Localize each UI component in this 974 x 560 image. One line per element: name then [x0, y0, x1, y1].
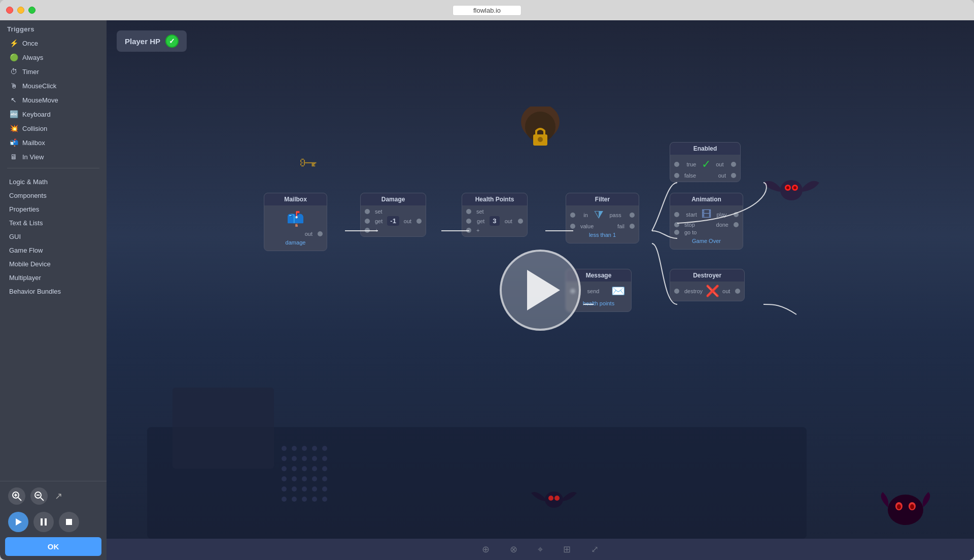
- sidebar-item-mailbox-label: Mailbox: [22, 139, 45, 147]
- toolbar-icon-5[interactable]: ⤢: [591, 544, 599, 555]
- damage-set-label: set: [375, 208, 382, 215]
- sidebar-item-mailbox[interactable]: 📬 Mailbox: [2, 135, 105, 150]
- filter-node-body: in ⧩ pass value fail less than 1: [566, 205, 639, 243]
- enabled-node[interactable]: Enabled true ✓ out false out: [670, 142, 741, 182]
- enabled-node-title: Enabled: [670, 143, 740, 155]
- enabled-out2-port: [731, 173, 736, 178]
- damage-get-port: [365, 219, 370, 224]
- filter-in-label: in: [583, 212, 588, 218]
- play-button[interactable]: [8, 512, 28, 532]
- hp-set-port: [466, 209, 471, 214]
- toolbar-icon-4[interactable]: ⊞: [563, 544, 571, 555]
- destroyer-destroy-row: destroy ❌ out: [674, 285, 740, 298]
- stop-button[interactable]: [59, 512, 79, 532]
- sidebar-item-multiplayer[interactable]: Multiplayer: [2, 271, 105, 284]
- ok-button[interactable]: OK: [5, 537, 101, 556]
- mousemove-icon: ↖: [9, 95, 18, 104]
- sidebar-item-once[interactable]: ⚡ Once: [2, 36, 105, 50]
- always-icon: 🟢: [9, 53, 18, 62]
- filter-node[interactable]: Filter in ⧩ pass value fail: [566, 193, 639, 243]
- toolbar-icon-3[interactable]: ⌖: [538, 544, 543, 555]
- sidebar-item-behaviorbundles[interactable]: Behavior Bundles: [2, 285, 105, 298]
- svg-point-32: [292, 486, 297, 492]
- filter-value-row: value fail: [570, 223, 635, 229]
- svg-line-5: [41, 498, 44, 501]
- play-overlay-button[interactable]: [500, 250, 581, 331]
- animation-play-port: [734, 212, 739, 217]
- animation-node-title: Animation: [670, 193, 743, 205]
- enabled-false-port: [674, 173, 679, 178]
- svg-point-40: [322, 497, 327, 502]
- enabled-out1-port: [731, 162, 736, 167]
- svg-point-28: [302, 476, 307, 481]
- platform-box-left: [172, 388, 274, 469]
- animation-goto-row: go to: [674, 229, 739, 235]
- zoom-in-button[interactable]: [8, 487, 25, 505]
- sidebar-item-gameflow[interactable]: Game Flow: [2, 244, 105, 257]
- toolbar-icon-2[interactable]: ⊗: [510, 544, 517, 555]
- enabled-true-row: true ✓ out: [674, 158, 736, 171]
- enabled-true-label: true: [686, 161, 696, 167]
- svg-point-30: [322, 476, 327, 481]
- svg-point-48: [786, 186, 789, 189]
- svg-point-15: [322, 446, 327, 451]
- animation-node-body: start 🎞 play stop done go to: [670, 205, 743, 249]
- enabled-node-body: true ✓ out false out: [670, 155, 740, 182]
- mailbox-out-row: out: [268, 231, 323, 237]
- sidebar-item-properties[interactable]: Properties: [2, 203, 105, 216]
- damage-node-title: Damage: [361, 193, 426, 205]
- triggers-section-title: Triggers: [0, 20, 107, 36]
- maximize-button[interactable]: [28, 7, 36, 14]
- sidebar-bottom: ↗: [0, 481, 107, 560]
- hp-out-label: out: [505, 218, 512, 224]
- sidebar-item-mouseclick[interactable]: 🖱 MouseClick: [2, 79, 105, 93]
- svg-point-13: [302, 446, 307, 451]
- film-icon: 🎞: [702, 208, 712, 220]
- canvas-area[interactable]: 🗝: [107, 20, 974, 560]
- minimize-button[interactable]: [17, 7, 24, 14]
- zoom-out-button[interactable]: [30, 487, 48, 505]
- sidebar-item-collision[interactable]: 💥 Collision: [2, 121, 105, 135]
- svg-point-29: [312, 476, 317, 481]
- svg-point-49: [793, 186, 796, 189]
- animation-goto-port: [674, 230, 679, 235]
- toolbar-icon-1[interactable]: ⊕: [482, 544, 490, 555]
- hp-plus-port: [466, 228, 471, 233]
- funnel-icon: ⧩: [594, 208, 603, 222]
- hp-value: 3: [490, 216, 499, 226]
- sidebar-item-inview[interactable]: 🖥 In View: [2, 150, 105, 164]
- healthpoints-node[interactable]: Health Points set get 3 out: [462, 193, 528, 237]
- damage-plus-label: +: [375, 227, 378, 233]
- destroyer-node[interactable]: Destroyer destroy ❌ out: [670, 269, 745, 301]
- sidebar-item-textlists[interactable]: Text & Lists: [2, 217, 105, 229]
- sidebar-item-inview-label: In View: [22, 153, 44, 161]
- hp-out-port: [518, 219, 523, 224]
- damage-plus-port: [365, 228, 370, 233]
- sidebar-item-components[interactable]: Components: [2, 189, 105, 202]
- sidebar-item-timer[interactable]: ⏱ Timer: [2, 64, 105, 79]
- window-title: flowlab.io: [453, 5, 521, 16]
- pause-button[interactable]: [33, 512, 54, 532]
- svg-point-53: [888, 495, 923, 525]
- animation-node[interactable]: Animation start 🎞 play stop done: [670, 193, 743, 250]
- filter-fail-label: fail: [617, 223, 624, 229]
- keyboard-icon: 🔤: [9, 110, 18, 119]
- svg-marker-7: [16, 518, 22, 526]
- destroyer-out-port: [735, 289, 740, 294]
- damage-node[interactable]: Damage set get -1 out: [360, 193, 426, 237]
- sidebar-item-logicmath[interactable]: Logic & Math: [2, 176, 105, 188]
- mailbox-node[interactable]: Mailbox 📫 out damage: [264, 193, 327, 251]
- sidebar-item-keyboard[interactable]: 🔤 Keyboard: [2, 107, 105, 121]
- player-hp-check: ✓: [165, 34, 179, 48]
- sidebar-item-mousemove[interactable]: ↖ MouseMove: [2, 93, 105, 107]
- sidebar-item-mobiledevice[interactable]: Mobile Device: [2, 258, 105, 270]
- sidebar-item-mousemove-label: MouseMove: [22, 96, 58, 104]
- damage-plus-row: +: [365, 227, 422, 233]
- sidebar-item-always[interactable]: 🟢 Always: [2, 50, 105, 64]
- svg-point-35: [322, 486, 327, 492]
- cursor-icon: ↗: [55, 491, 62, 502]
- sidebar-item-gui[interactable]: GUI: [2, 230, 105, 243]
- player-hp-tab[interactable]: Player HP ✓: [117, 30, 187, 52]
- close-button[interactable]: [6, 7, 13, 14]
- main-area: Triggers ⚡ Once 🟢 Always ⏱ Timer 🖱 Mouse…: [0, 20, 974, 560]
